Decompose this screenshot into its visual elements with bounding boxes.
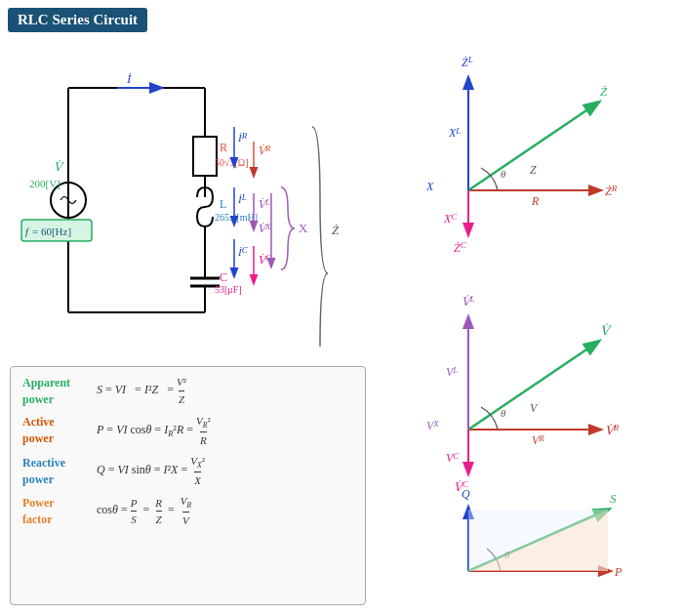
svg-text:İR: İR — [237, 131, 248, 144]
svg-text:V̇L: V̇L — [258, 197, 270, 210]
svg-text:S: S — [610, 491, 617, 506]
reactive-label: Reactivepower — [22, 455, 91, 488]
svg-text:265.4[mH]: 265.4[mH] — [215, 212, 258, 223]
svg-text:V̇X: V̇X — [258, 222, 271, 234]
formulas-box: Apparentpower S = VI = I²Z = V² Z Active… — [10, 366, 366, 605]
phasor-diagrams: ŻR ŻL ŻC Ż θ XL X XC Z R V̇R V̇L V̇C V̇ … — [385, 10, 673, 610]
svg-rect-13 — [193, 137, 217, 176]
svg-text:Q: Q — [462, 487, 470, 501]
power-factor-row: Powerfactor cosθ = P S = R Z = VR V — [22, 494, 353, 528]
svg-text:θ: θ — [501, 407, 506, 419]
active-power-row: Activepower P = VI cosθ = IR²R = VR² R — [22, 414, 353, 448]
reactive-formula: Q = VI sinθ = I²X = VX² X — [97, 454, 205, 488]
reactive-power-row: Reactivepower Q = VI sinθ = I²X = VX² X — [22, 454, 353, 488]
svg-text:= 60[Hz]: = 60[Hz] — [32, 226, 71, 237]
apparent-label: Apparentpower — [22, 375, 91, 408]
svg-text:V̇R: V̇R — [258, 144, 271, 156]
svg-text:53[μF]: 53[μF] — [215, 284, 242, 295]
svg-text:İC: İC — [237, 245, 249, 258]
svg-text:VL: VL — [446, 365, 458, 379]
svg-text:XL: XL — [448, 126, 461, 140]
svg-text:V̇C: V̇C — [258, 253, 272, 266]
svg-text:V: V — [530, 401, 539, 415]
svg-text:X: X — [425, 180, 434, 193]
svg-text:VR: VR — [532, 433, 544, 447]
svg-text:L: L — [220, 197, 226, 211]
svg-text:ŻL: ŻL — [462, 55, 473, 69]
svg-text:X: X — [299, 221, 308, 235]
svg-text:Ż: Ż — [600, 84, 608, 99]
svg-text:C: C — [220, 270, 227, 284]
svg-text:ŻC: ŻC — [454, 240, 467, 255]
svg-line-49 — [468, 103, 598, 190]
active-label: Activepower — [22, 414, 91, 447]
circuit-diagram: İ V̇ 200[V] f = 60[Hz] R 50√3[Ω] İR V̇R … — [10, 29, 371, 381]
apparent-power-row: Apparentpower S = VI = I²Z = V² Z — [22, 375, 353, 408]
svg-text:R: R — [531, 194, 540, 208]
powerfactor-label: Powerfactor — [22, 495, 91, 528]
apparent-formula: S = VI = I²Z = V² Z — [97, 375, 186, 407]
svg-line-64 — [468, 342, 598, 430]
svg-text:İL: İL — [237, 192, 247, 205]
svg-text:50√3[Ω]: 50√3[Ω] — [215, 157, 249, 168]
svg-text:P: P — [614, 565, 623, 579]
svg-text:VX: VX — [426, 419, 439, 432]
svg-text:V̇R: V̇R — [605, 423, 620, 437]
svg-text:V̇L: V̇L — [462, 294, 475, 308]
svg-text:V̇: V̇ — [600, 323, 612, 338]
svg-text:θ: θ — [501, 168, 506, 180]
svg-text:V̇: V̇ — [54, 160, 65, 174]
svg-text:R: R — [220, 141, 227, 154]
svg-text:200[V]: 200[V] — [29, 178, 60, 189]
active-formula: P = VI cosθ = IR²R = VR² R — [97, 414, 211, 448]
powerfactor-formula: cosθ = P S = R Z = VR V — [97, 494, 191, 528]
svg-text:İ: İ — [126, 71, 132, 86]
svg-text:Ż: Ż — [332, 223, 340, 237]
svg-text:XC: XC — [443, 212, 458, 226]
svg-text:VC: VC — [446, 451, 460, 465]
svg-text:Z: Z — [530, 163, 537, 177]
svg-text:ŻR: ŻR — [605, 184, 618, 198]
